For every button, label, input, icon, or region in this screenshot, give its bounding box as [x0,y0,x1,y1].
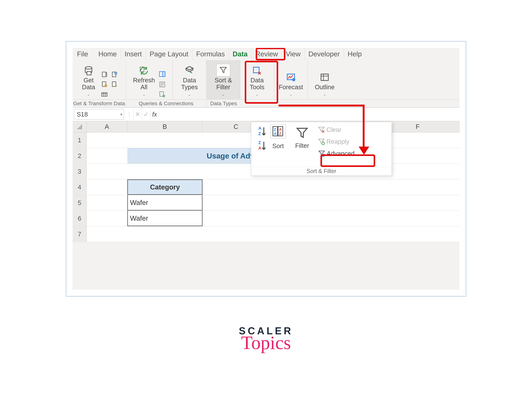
formula-bar-row: S18 ▾ ⋮ ✕ ✓ fx [72,108,460,121]
svg-text:A: A [258,146,261,150]
clear-label: Clear [326,126,341,133]
cell[interactable] [87,195,127,210]
highlight-advanced [320,154,375,167]
get-data-mini-icons [100,71,119,99]
outline-button[interactable]: Outline ⌄ [311,71,339,99]
svg-rect-1 [87,72,91,75]
row-header[interactable]: 1 [72,133,87,148]
select-all-triangle[interactable] [72,121,87,132]
caption-get-transform: Get & Transform Data [72,100,126,107]
sort-az-icon[interactable]: AZ [256,124,269,138]
sort-cluster: AZ ZAAZ ZA Sort [253,124,289,167]
queries-pane-icon[interactable] [158,70,167,79]
group-sort-filter: Sort & Filter ⌄ [207,60,240,99]
row-header[interactable]: 6 [72,211,87,226]
filter-button[interactable]: Filter [290,124,314,167]
tab-help[interactable]: Help [344,48,366,60]
row-header[interactable]: 3 [72,164,87,179]
outline-label: Outline [315,84,335,90]
insert-function-button[interactable]: fx [151,108,159,121]
enter-formula-button[interactable]: ✓ [142,108,151,121]
refresh-all-label: Refresh All [133,77,155,90]
clear-button[interactable]: Clear [316,124,357,135]
tab-insert[interactable]: Insert [121,48,146,60]
cell[interactable] [87,148,127,164]
cell[interactable] [202,180,460,195]
from-web-icon[interactable] [110,71,119,80]
reapply-button[interactable]: Reapply [316,136,357,147]
edit-links-icon[interactable] [158,90,167,99]
cell[interactable] [87,226,460,242]
chevron-down-icon: ⌄ [222,91,225,98]
funnel-reapply-icon [318,138,325,145]
row-header[interactable]: 7 [72,226,87,242]
sort-filter-button[interactable]: Sort & Filter ⌄ [209,63,237,99]
cancel-formula-button[interactable]: ✕ [134,108,142,121]
cell[interactable] [87,180,127,195]
data-types-button[interactable]: Data Types ⌄ [176,64,203,99]
svg-rect-2 [102,72,106,77]
name-box[interactable]: S18 ▾ [74,109,124,120]
category-header[interactable]: Category [127,180,202,195]
chevron-down-icon: ⌄ [289,91,293,98]
name-box-value: S18 [77,111,88,118]
tab-developer[interactable]: Developer [305,48,344,60]
tab-page-layout[interactable]: Page Layout [146,48,192,60]
from-text-icon[interactable] [100,71,109,80]
tab-formulas[interactable]: Formulas [192,48,229,60]
get-data-label: Get Data [82,77,95,90]
tab-file[interactable]: File [72,48,95,60]
svg-rect-11 [163,72,165,76]
category-cell[interactable]: Wafer [127,211,202,226]
svg-rect-8 [102,93,107,96]
recent-sources-icon[interactable] [110,80,119,89]
row-header[interactable]: 4 [72,180,87,195]
sort-dialog-icon[interactable]: ZAAZ [270,124,286,138]
arrow-vertical [363,105,365,148]
funnel-clear-icon [318,126,325,134]
tab-data[interactable]: Data [229,48,252,60]
row-header[interactable]: 5 [72,195,87,210]
svg-text:Z: Z [274,127,276,132]
namebox-separator: ⋮ [125,108,134,121]
existing-conn-icon[interactable] [100,90,109,99]
get-data-button[interactable]: Get Data ⌄ [79,64,98,99]
from-table-icon[interactable] [100,80,109,89]
formula-bar[interactable] [159,109,458,120]
cell[interactable] [202,211,460,226]
cell[interactable] [87,133,127,148]
database-icon [83,65,94,76]
arrow-head-icon [359,147,369,155]
cell[interactable] [87,211,127,226]
refresh-icon [138,65,150,76]
forecast-button[interactable]: Forecast ⌄ [277,71,305,99]
svg-point-14 [163,95,165,97]
sort-za-icon[interactable]: ZA [256,138,269,153]
svg-text:A: A [258,126,261,131]
sort-filter-label: Sort & Filter [215,77,232,90]
cell[interactable] [202,195,460,210]
col-header-a[interactable]: A [87,121,127,132]
svg-point-0 [85,67,92,69]
reapply-label: Reapply [326,138,349,145]
row-header[interactable]: 2 [72,148,87,164]
fx-label: fx [152,111,157,118]
scaler-watermark: SCALER Topics [239,325,293,354]
chevron-down-icon: ⌄ [188,91,191,98]
chevron-down-icon[interactable]: ▾ [120,112,122,117]
funnel-icon [216,64,230,76]
properties-icon[interactable] [158,80,167,89]
group-forecast: Forecast ⌄ [274,60,308,99]
col-header-b[interactable]: B [127,121,202,132]
tab-home[interactable]: Home [95,48,121,60]
category-cell[interactable]: Wafer [127,195,202,210]
tab-view[interactable]: View [282,48,305,60]
chevron-down-icon: ⌄ [142,91,146,98]
refresh-all-button[interactable]: Refresh All ⌄ [131,64,157,99]
highlight-sort-filter [245,61,278,104]
watermark-line-2: Topics [239,332,293,354]
forecast-label: Forecast [279,84,303,90]
sort-label: Sort [270,143,286,150]
caption-data-types: Data Types [207,100,241,107]
arrow-horizontal [278,105,365,106]
